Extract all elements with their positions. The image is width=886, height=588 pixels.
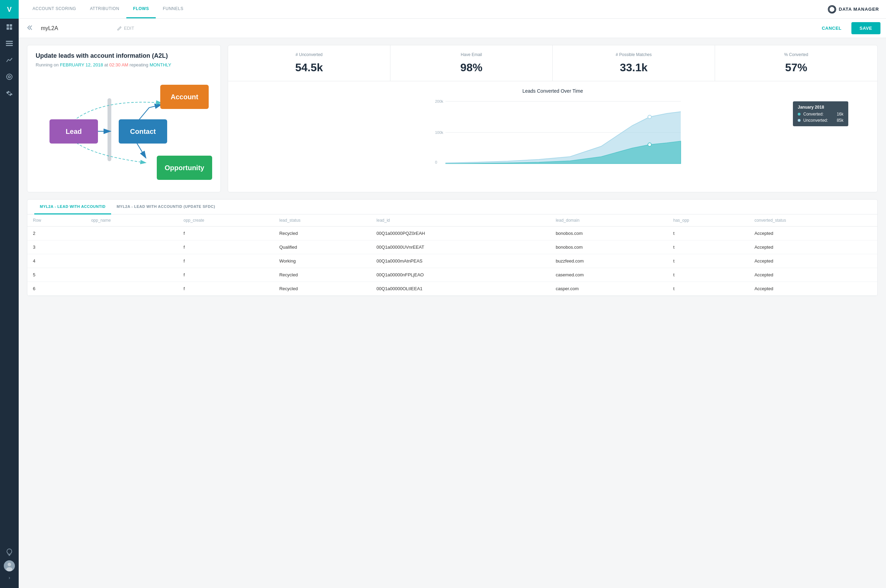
- data-manager-icon: [828, 5, 836, 14]
- data-manager-label: DATA MANAGER: [839, 7, 879, 12]
- tab-funnels[interactable]: FUNNELS: [156, 0, 190, 18]
- flow-title: Update leads with account information (A…: [36, 52, 212, 60]
- table-row: 6fRecycled00Q1a00000OLtIEEA1casper.comtA…: [27, 282, 877, 296]
- edit-button[interactable]: EDIT: [117, 26, 134, 31]
- sidebar-item-circle[interactable]: [0, 69, 19, 85]
- tab-attribution[interactable]: ATTRIBUTION: [83, 0, 126, 18]
- cell-lead_status: Qualified: [274, 240, 371, 254]
- sidebar-bottom: ›: [0, 544, 19, 588]
- svg-text:Jul '11: Jul '11: [478, 166, 489, 167]
- col-lead-id: lead_id: [371, 214, 550, 226]
- flow-subtitle: Running on FEBRUARY 12, 2018 at 02:30 AM…: [36, 62, 212, 68]
- sidebar-item-grid[interactable]: [0, 19, 19, 35]
- page-content: Update leads with account information (A…: [19, 38, 886, 588]
- cell-lead_id: 00Q1a00000PQZ0rEAH: [371, 226, 550, 240]
- chart-title: Leads Converted Over Time: [236, 88, 869, 94]
- flow-title-input[interactable]: [41, 25, 110, 32]
- cell-opp_create: f: [178, 226, 274, 240]
- cell-lead_domain: bonobos.com: [550, 240, 668, 254]
- stats-grid: # Unconverted 54.5k Have Email 98% # Pos…: [228, 45, 877, 81]
- svg-rect-6: [6, 45, 13, 46]
- bottom-table-card: MYL2A - LEAD WITH ACCOUNTID MYL2A - LEAD…: [27, 199, 878, 296]
- sidebar-item-chart[interactable]: [0, 52, 19, 69]
- svg-point-8: [8, 76, 11, 78]
- cell-row: 2: [27, 226, 86, 240]
- col-has-opp: has_opp: [668, 214, 749, 226]
- subtitle-repeating: repeating: [129, 62, 149, 68]
- account-node[interactable]: Account: [160, 85, 209, 109]
- flow-diagram: Lead Contact Account Opportunity: [36, 74, 212, 185]
- tooltip-converted-label: Converted:: [803, 112, 824, 117]
- cell-has_opp: t: [668, 268, 749, 282]
- stat-email-value: 98%: [399, 61, 544, 74]
- svg-text:100k: 100k: [435, 130, 443, 135]
- cell-opp_create: f: [178, 254, 274, 268]
- chart-svg: 200k 100k 0: [236, 98, 869, 167]
- col-converted-status: converted_status: [749, 214, 877, 226]
- contact-node[interactable]: Contact: [119, 119, 167, 144]
- sidebar-item-list[interactable]: [0, 35, 19, 52]
- cell-has_opp: t: [668, 226, 749, 240]
- cell-opp_name: [86, 268, 178, 282]
- cell-converted_status: Accepted: [749, 282, 877, 296]
- cell-lead_id: 00Q1a00000UVnrEEAT: [371, 240, 550, 254]
- stat-matches-value: 33.1k: [561, 61, 706, 74]
- back-button[interactable]: [24, 24, 37, 33]
- svg-point-25: [648, 143, 651, 146]
- user-avatar[interactable]: [4, 560, 15, 572]
- tab-flows[interactable]: FLOWS: [126, 0, 156, 18]
- svg-rect-4: [6, 41, 13, 42]
- cell-lead_id: 00Q1a00000nFPLjEAO: [371, 268, 550, 282]
- cell-row: 5: [27, 268, 86, 282]
- stat-possible-matches: # Possible Matches 33.1k: [553, 45, 715, 81]
- tab-lead-accountid[interactable]: MYL2A - LEAD WITH ACCOUNTID: [34, 200, 111, 214]
- cell-lead_status: Recycled: [274, 282, 371, 296]
- cell-opp_create: f: [178, 268, 274, 282]
- table-tabs-bar: MYL2A - LEAD WITH ACCOUNTID MYL2A - LEAD…: [27, 200, 877, 214]
- stat-converted-label: % Converted: [724, 52, 869, 57]
- tooltip-unconverted-value: 85k: [837, 118, 844, 123]
- cell-lead_status: Recycled: [274, 268, 371, 282]
- subtitle-at: at: [104, 62, 109, 68]
- table-row: 4fWorking00Q1a0000mAtnPEASbuzzfeed.comtA…: [27, 254, 877, 268]
- stat-unconverted: # Unconverted 54.5k: [228, 45, 390, 81]
- sidebar-item-bulb[interactable]: [0, 544, 19, 560]
- stats-chart-card: # Unconverted 54.5k Have Email 98% # Pos…: [228, 45, 878, 192]
- opportunity-node[interactable]: Opportunity: [157, 156, 212, 180]
- top-right-actions: DATA MANAGER: [828, 5, 879, 14]
- col-lead-domain: lead_domain: [550, 214, 668, 226]
- flow-diagram-card: Update leads with account information (A…: [27, 45, 221, 192]
- stat-email: Have Email 98%: [390, 45, 553, 81]
- save-button[interactable]: SAVE: [851, 22, 880, 34]
- tab-lead-accountid-sfdc[interactable]: MYL2A - LEAD WITH ACCOUNTID (UPDATE SFDC…: [111, 200, 221, 214]
- app-logo[interactable]: V: [0, 0, 19, 19]
- col-opp-create: opp_create: [178, 214, 274, 226]
- unconverted-dot: [798, 119, 800, 122]
- svg-point-26: [648, 115, 651, 118]
- cell-converted_status: Accepted: [749, 226, 877, 240]
- flow-frequency: MONTHLY: [149, 62, 171, 68]
- cell-opp_name: [86, 226, 178, 240]
- tooltip-converted-value: 16k: [837, 112, 844, 117]
- sidebar-expand-button[interactable]: ›: [0, 572, 19, 584]
- lead-node[interactable]: Lead: [50, 119, 98, 144]
- converted-dot: [798, 113, 800, 116]
- stat-converted-value: 57%: [724, 61, 869, 74]
- table-row: 5fRecycled00Q1a00000nFPLjEAOcasemed.comt…: [27, 268, 877, 282]
- edit-label: EDIT: [124, 26, 134, 31]
- stat-unconverted-label: # Unconverted: [236, 52, 382, 57]
- svg-rect-0: [7, 24, 9, 27]
- cell-row: 6: [27, 282, 86, 296]
- cell-opp_name: [86, 240, 178, 254]
- cell-opp_create: f: [178, 282, 274, 296]
- stat-matches-label: # Possible Matches: [561, 52, 706, 57]
- sidebar-item-gear[interactable]: [0, 85, 19, 102]
- cell-converted_status: Accepted: [749, 254, 877, 268]
- cancel-button[interactable]: CANCEL: [816, 23, 847, 33]
- svg-text:Oct '09: Oct '09: [438, 166, 450, 167]
- tab-account-scoring[interactable]: ACCOUNT SCORING: [26, 0, 83, 18]
- stat-email-label: Have Email: [399, 52, 544, 57]
- top-navigation: ACCOUNT SCORING ATTRIBUTION FLOWS FUNNEL…: [19, 0, 886, 19]
- top-section: Update leads with account information (A…: [27, 45, 878, 192]
- table-header: Row opp_name opp_create lead_status lead…: [27, 214, 877, 226]
